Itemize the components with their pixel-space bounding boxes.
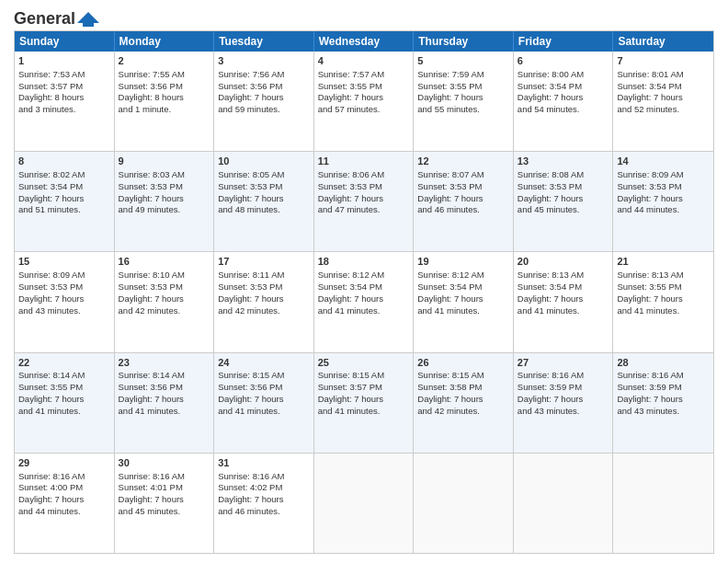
day-info: Sunrise: 7:56 AM bbox=[218, 69, 310, 81]
day-info: Sunrise: 8:12 AM bbox=[318, 270, 410, 282]
page: General SundayMondayTuesdayWednesdayThur… bbox=[0, 0, 728, 563]
table-row: 2Sunrise: 7:55 AMSunset: 3:56 PMDaylight… bbox=[115, 52, 215, 151]
table-row: 30Sunrise: 8:16 AMSunset: 4:01 PMDayligh… bbox=[115, 454, 215, 553]
table-row: 1Sunrise: 7:53 AMSunset: 3:57 PMDaylight… bbox=[15, 52, 115, 151]
calendar-header: SundayMondayTuesdayWednesdayThursdayFrid… bbox=[15, 31, 713, 52]
logo: General bbox=[14, 9, 101, 25]
day-info: Daylight: 7 hours bbox=[318, 92, 410, 104]
day-info: Sunset: 3:53 PM bbox=[318, 181, 410, 193]
day-info: and 59 minutes. bbox=[218, 104, 310, 116]
table-row: 27Sunrise: 8:16 AMSunset: 3:59 PMDayligh… bbox=[514, 353, 614, 453]
table-row bbox=[414, 454, 514, 553]
svg-marker-0 bbox=[77, 12, 99, 27]
day-number: 18 bbox=[318, 255, 410, 269]
day-number: 4 bbox=[318, 54, 410, 68]
day-number: 31 bbox=[218, 456, 310, 470]
table-row: 9Sunrise: 8:03 AMSunset: 3:53 PMDaylight… bbox=[115, 152, 215, 251]
day-number: 9 bbox=[119, 155, 210, 168]
day-info: and 41 minutes. bbox=[417, 305, 509, 317]
day-info: Sunset: 3:55 PM bbox=[18, 382, 110, 394]
day-info: Sunrise: 8:16 AM bbox=[119, 471, 210, 483]
day-info: Daylight: 7 hours bbox=[518, 193, 609, 205]
day-info: Sunrise: 8:13 AM bbox=[518, 270, 609, 282]
day-info: and 43 minutes. bbox=[18, 305, 110, 317]
calendar-row-2: 8Sunrise: 8:02 AMSunset: 3:54 PMDaylight… bbox=[15, 152, 713, 252]
day-info: Sunrise: 8:13 AM bbox=[617, 270, 710, 282]
calendar: SundayMondayTuesdayWednesdayThursdayFrid… bbox=[14, 30, 714, 554]
day-info: and 45 minutes. bbox=[119, 506, 210, 518]
day-info: Daylight: 7 hours bbox=[119, 394, 210, 406]
table-row: 10Sunrise: 8:05 AMSunset: 3:53 PMDayligh… bbox=[214, 152, 314, 251]
day-number: 5 bbox=[417, 54, 509, 68]
header-day-tuesday: Tuesday bbox=[214, 31, 314, 52]
day-info: Sunrise: 8:12 AM bbox=[417, 270, 509, 282]
day-info: Daylight: 7 hours bbox=[318, 293, 410, 305]
day-info: Daylight: 7 hours bbox=[617, 394, 710, 406]
header-day-monday: Monday bbox=[115, 31, 215, 52]
day-info: Sunrise: 8:06 AM bbox=[318, 169, 410, 181]
day-info: Daylight: 7 hours bbox=[18, 394, 110, 406]
day-info: Daylight: 7 hours bbox=[18, 193, 110, 205]
table-row: 26Sunrise: 8:15 AMSunset: 3:58 PMDayligh… bbox=[414, 353, 514, 453]
day-info: Sunset: 3:53 PM bbox=[119, 282, 210, 293]
day-info: and 49 minutes. bbox=[119, 204, 210, 216]
day-info: Daylight: 7 hours bbox=[119, 494, 210, 506]
day-number: 20 bbox=[518, 255, 609, 269]
header-day-thursday: Thursday bbox=[414, 31, 514, 52]
day-info: Daylight: 7 hours bbox=[119, 293, 210, 305]
table-row: 11Sunrise: 8:06 AMSunset: 3:53 PMDayligh… bbox=[314, 152, 415, 251]
day-info: and 41 minutes. bbox=[617, 305, 710, 317]
day-number: 14 bbox=[617, 155, 710, 168]
day-info: Daylight: 7 hours bbox=[417, 193, 509, 205]
day-info: Sunrise: 8:02 AM bbox=[18, 169, 110, 181]
day-info: Sunset: 3:56 PM bbox=[119, 81, 210, 93]
day-info: and 3 minutes. bbox=[18, 104, 110, 116]
day-number: 22 bbox=[18, 356, 110, 370]
day-info: Sunset: 3:56 PM bbox=[218, 81, 310, 93]
day-number: 19 bbox=[417, 255, 509, 269]
table-row: 5Sunrise: 7:59 AMSunset: 3:55 PMDaylight… bbox=[414, 52, 514, 151]
day-number: 21 bbox=[617, 255, 710, 269]
day-number: 6 bbox=[518, 54, 609, 68]
day-info: and 42 minutes. bbox=[417, 406, 509, 418]
day-info: and 44 minutes. bbox=[617, 204, 710, 216]
table-row bbox=[613, 454, 713, 553]
day-info: Sunrise: 8:07 AM bbox=[417, 169, 509, 181]
header-day-wednesday: Wednesday bbox=[314, 31, 415, 52]
day-info: Sunrise: 8:01 AM bbox=[617, 69, 710, 81]
day-info: Sunset: 3:54 PM bbox=[518, 81, 609, 93]
table-row bbox=[314, 454, 415, 553]
day-info: Sunset: 3:53 PM bbox=[218, 181, 310, 193]
day-number: 27 bbox=[518, 356, 609, 370]
header: General bbox=[14, 9, 714, 25]
table-row: 29Sunrise: 8:16 AMSunset: 4:00 PMDayligh… bbox=[15, 454, 115, 553]
table-row: 8Sunrise: 8:02 AMSunset: 3:54 PMDaylight… bbox=[15, 152, 115, 251]
day-info: and 47 minutes. bbox=[318, 204, 410, 216]
table-row: 15Sunrise: 8:09 AMSunset: 3:53 PMDayligh… bbox=[15, 252, 115, 351]
day-info: Daylight: 7 hours bbox=[518, 293, 609, 305]
table-row: 17Sunrise: 8:11 AMSunset: 3:53 PMDayligh… bbox=[214, 252, 314, 351]
header-day-friday: Friday bbox=[514, 31, 614, 52]
day-info: Sunrise: 8:08 AM bbox=[518, 169, 609, 181]
day-number: 1 bbox=[18, 54, 110, 68]
day-info: Sunrise: 7:53 AM bbox=[18, 69, 110, 81]
day-info: and 48 minutes. bbox=[218, 204, 310, 216]
day-info: Sunset: 3:58 PM bbox=[417, 382, 509, 394]
table-row: 19Sunrise: 8:12 AMSunset: 3:54 PMDayligh… bbox=[414, 252, 514, 351]
day-info: and 41 minutes. bbox=[518, 305, 609, 317]
day-number: 17 bbox=[218, 255, 310, 269]
table-row: 31Sunrise: 8:16 AMSunset: 4:02 PMDayligh… bbox=[214, 454, 314, 553]
day-info: Sunset: 3:59 PM bbox=[518, 382, 609, 394]
calendar-row-4: 22Sunrise: 8:14 AMSunset: 3:55 PMDayligh… bbox=[15, 353, 713, 454]
day-info: Sunset: 3:53 PM bbox=[18, 282, 110, 293]
calendar-row-3: 15Sunrise: 8:09 AMSunset: 3:53 PMDayligh… bbox=[15, 252, 713, 352]
day-info: Sunset: 4:02 PM bbox=[218, 482, 310, 494]
header-day-sunday: Sunday bbox=[15, 31, 115, 52]
day-info: and 57 minutes. bbox=[318, 104, 410, 116]
day-info: Sunset: 3:55 PM bbox=[617, 282, 710, 293]
table-row: 18Sunrise: 8:12 AMSunset: 3:54 PMDayligh… bbox=[314, 252, 415, 351]
day-info: Daylight: 7 hours bbox=[318, 394, 410, 406]
day-info: and 46 minutes. bbox=[417, 204, 509, 216]
day-number: 3 bbox=[218, 54, 310, 68]
table-row: 6Sunrise: 8:00 AMSunset: 3:54 PMDaylight… bbox=[514, 52, 614, 151]
